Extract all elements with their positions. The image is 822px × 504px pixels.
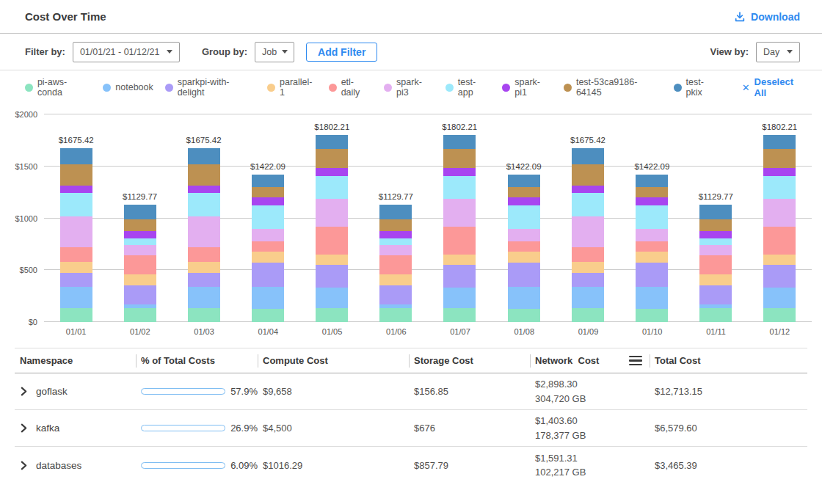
download-button[interactable]: Download — [734, 11, 800, 23]
bar-segment-sparkpi-with-delight[interactable] — [379, 285, 412, 304]
bar-segment-parallel-1[interactable] — [508, 252, 540, 263]
bar-segment-parallel-1[interactable] — [124, 274, 156, 285]
bar-segment-pi-aws-conda[interactable] — [763, 308, 796, 322]
bar-segment-sparkpi-with-delight[interactable] — [252, 263, 284, 287]
bar-segment-parallel-1[interactable] — [188, 262, 220, 273]
stacked-bar-01/01[interactable] — [60, 148, 92, 322]
bar-segment-pi-aws-conda[interactable] — [379, 308, 412, 322]
bar-segment-test-app[interactable] — [699, 238, 732, 244]
stacked-bar-01/06[interactable] — [379, 205, 412, 322]
bar-segment-spark-pi3[interactable] — [252, 229, 284, 241]
bar-segment-parallel-1[interactable] — [316, 255, 348, 265]
column-header-percent-total[interactable]: % of Total Costs — [136, 348, 258, 373]
legend-item-spark-pi3[interactable]: spark-pi3 — [384, 77, 434, 98]
bar-segment-notebook[interactable] — [316, 288, 348, 308]
bar-segment-etl-daily[interactable] — [188, 247, 220, 262]
bar-segment-test-app[interactable] — [508, 205, 540, 229]
legend-item-sparkpi-with-delight[interactable]: sparkpi-with-delight — [165, 77, 255, 98]
bar-segment-test-app[interactable] — [188, 193, 220, 217]
bar-segment-spark-pi3[interactable] — [124, 245, 156, 255]
bar-segment-spark-pi1[interactable] — [379, 231, 412, 239]
bar-segment-test-app[interactable] — [572, 193, 604, 217]
bar-segment-test-pkix[interactable] — [316, 135, 348, 149]
bar-segment-etl-daily[interactable] — [316, 227, 348, 255]
bar-segment-test-53ca9186-64145[interactable] — [60, 164, 92, 186]
stacked-bar-01/11[interactable] — [699, 205, 732, 322]
stacked-bar-01/05[interactable] — [316, 135, 348, 322]
bar-segment-sparkpi-with-delight[interactable] — [124, 285, 156, 304]
bar-segment-etl-daily[interactable] — [763, 227, 796, 255]
bar-segment-test-53ca9186-64145[interactable] — [636, 187, 668, 197]
bar-segment-notebook[interactable] — [763, 288, 796, 308]
bar-segment-spark-pi3[interactable] — [763, 199, 796, 227]
bar-segment-spark-pi3[interactable] — [60, 216, 92, 246]
bar-segment-spark-pi1[interactable] — [443, 168, 476, 176]
expand-row-icon[interactable] — [20, 387, 28, 396]
bar-segment-etl-daily[interactable] — [60, 247, 92, 262]
bar-segment-test-pkix[interactable] — [60, 148, 92, 164]
bar-segment-test-app[interactable] — [636, 205, 668, 229]
column-menu-icon[interactable] — [629, 356, 642, 366]
bar-segment-test-53ca9186-64145[interactable] — [572, 164, 604, 186]
column-header-storage-cost[interactable]: Storage Cost — [409, 348, 530, 373]
bar-segment-pi-aws-conda[interactable] — [572, 308, 604, 322]
bar-segment-pi-aws-conda[interactable] — [124, 308, 156, 322]
bar-segment-notebook[interactable] — [636, 287, 668, 308]
bar-segment-spark-pi3[interactable] — [699, 245, 732, 255]
bar-segment-pi-aws-conda[interactable] — [188, 308, 220, 322]
bar-segment-etl-daily[interactable] — [572, 247, 604, 262]
stacked-bar-01/07[interactable] — [443, 135, 476, 322]
bar-segment-parallel-1[interactable] — [60, 262, 92, 273]
bar-segment-sparkpi-with-delight[interactable] — [636, 263, 668, 287]
bar-segment-test-pkix[interactable] — [379, 205, 412, 219]
bar-segment-sparkpi-with-delight[interactable] — [60, 273, 92, 287]
bar-segment-test-app[interactable] — [443, 176, 476, 199]
bar-segment-parallel-1[interactable] — [572, 262, 604, 273]
bar-segment-spark-pi3[interactable] — [508, 229, 540, 241]
bar-segment-spark-pi3[interactable] — [572, 216, 604, 246]
bar-segment-spark-pi1[interactable] — [60, 186, 92, 193]
bar-segment-notebook[interactable] — [60, 287, 92, 307]
bar-segment-sparkpi-with-delight[interactable] — [508, 263, 540, 287]
bar-segment-spark-pi1[interactable] — [636, 197, 668, 205]
bar-segment-parallel-1[interactable] — [699, 274, 732, 285]
bar-segment-spark-pi1[interactable] — [124, 231, 156, 239]
bar-segment-spark-pi3[interactable] — [188, 216, 220, 246]
legend-item-etl-daily[interactable]: etl-daily — [329, 77, 372, 98]
bar-segment-test-pkix[interactable] — [699, 205, 732, 219]
bar-segment-test-pkix[interactable] — [763, 135, 796, 149]
bar-segment-parallel-1[interactable] — [636, 252, 668, 263]
bar-segment-spark-pi1[interactable] — [572, 186, 604, 193]
bar-segment-test-53ca9186-64145[interactable] — [252, 187, 284, 197]
bar-segment-notebook[interactable] — [572, 287, 604, 307]
stacked-bar-01/09[interactable] — [572, 148, 604, 322]
column-header-compute-cost[interactable]: Compute Cost — [258, 348, 409, 373]
bar-segment-spark-pi1[interactable] — [252, 197, 284, 205]
bar-segment-spark-pi3[interactable] — [443, 199, 476, 227]
expand-row-icon[interactable] — [20, 423, 28, 433]
bar-segment-test-53ca9186-64145[interactable] — [188, 164, 220, 186]
bar-segment-spark-pi1[interactable] — [316, 168, 348, 176]
bar-segment-test-app[interactable] — [763, 176, 796, 199]
bar-segment-notebook[interactable] — [188, 287, 220, 307]
bar-segment-test-53ca9186-64145[interactable] — [699, 219, 732, 231]
bar-segment-pi-aws-conda[interactable] — [252, 309, 284, 322]
legend-item-test-53ca9186-64145[interactable]: test-53ca9186-64145 — [564, 77, 662, 98]
bar-segment-sparkpi-with-delight[interactable] — [316, 265, 348, 288]
add-filter-button[interactable]: Add Filter — [306, 43, 377, 62]
column-header-namespace[interactable]: Namespace — [15, 348, 136, 373]
bar-segment-test-pkix[interactable] — [636, 175, 668, 187]
column-header-total-cost[interactable]: Total Cost — [650, 348, 807, 373]
bar-segment-test-53ca9186-64145[interactable] — [379, 219, 412, 231]
legend-item-test-app[interactable]: test-app — [445, 77, 491, 98]
expand-row-icon[interactable] — [20, 461, 28, 470]
bar-segment-test-pkix[interactable] — [572, 148, 604, 164]
bar-segment-pi-aws-conda[interactable] — [316, 308, 348, 322]
bar-segment-spark-pi1[interactable] — [188, 186, 220, 193]
bar-segment-sparkpi-with-delight[interactable] — [443, 265, 476, 288]
bar-segment-etl-daily[interactable] — [508, 241, 540, 252]
view-by-select[interactable]: Day — [756, 42, 800, 62]
bar-segment-test-app[interactable] — [316, 176, 348, 199]
bar-segment-test-pkix[interactable] — [188, 148, 220, 164]
bar-segment-test-pkix[interactable] — [124, 205, 156, 219]
